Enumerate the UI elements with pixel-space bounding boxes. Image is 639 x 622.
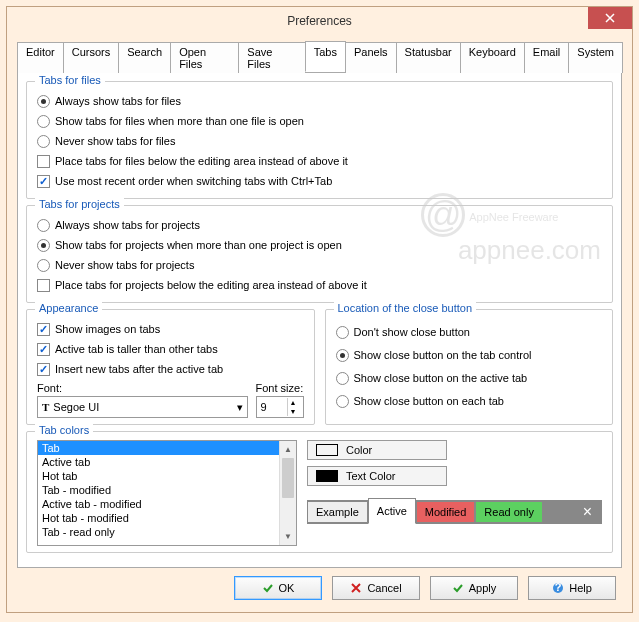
check-insert-after-active[interactable] (37, 363, 50, 376)
label: Always show tabs for files (55, 95, 181, 107)
tabpage-tabs: @AppNee Freeware appnee.com Tabs for fil… (17, 73, 622, 568)
tab-cursors[interactable]: Cursors (63, 42, 120, 73)
check-mru-order[interactable] (37, 175, 50, 188)
label: Place tabs for projects below the editin… (55, 279, 367, 291)
label: Place tabs for files below the editing a… (55, 155, 348, 167)
legend-projects: Tabs for projects (35, 198, 124, 210)
label: Use most recent order when switching tab… (55, 175, 332, 187)
cancel-button[interactable]: Cancel (332, 576, 420, 600)
check-projects-below[interactable] (37, 279, 50, 292)
fontsize-input[interactable] (257, 401, 287, 413)
tab-keyboard[interactable]: Keyboard (460, 42, 525, 73)
list-item[interactable]: Tab - modified (38, 483, 296, 497)
scroll-up-icon[interactable]: ▲ (280, 441, 296, 458)
label: OK (279, 582, 295, 594)
font-icon: T (42, 401, 49, 413)
fontsize-label: Font size: (256, 382, 304, 394)
list-item[interactable]: Active tab - modified (38, 497, 296, 511)
legend-appearance: Appearance (35, 302, 102, 314)
ok-button[interactable]: OK (234, 576, 322, 600)
help-button[interactable]: ? Help (528, 576, 616, 600)
radio-show-projects-multi[interactable] (37, 239, 50, 252)
color-button[interactable]: Color (307, 440, 447, 460)
label: Don't show close button (354, 326, 470, 338)
example-active: Active (368, 498, 416, 524)
radio-never-show-files[interactable] (37, 135, 50, 148)
font-combobox[interactable]: T Segoe UI ▾ (37, 396, 248, 418)
label: Color (346, 444, 372, 456)
spin-down-icon[interactable]: ▼ (288, 407, 299, 416)
chevron-down-icon: ▾ (237, 401, 243, 414)
label: Show close button on each tab (354, 395, 504, 407)
help-icon: ? (552, 582, 564, 594)
scroll-thumb[interactable] (282, 458, 294, 498)
label: Text Color (346, 470, 396, 482)
example-tab: Example (307, 501, 368, 523)
group-appearance: Appearance Show images on tabs Active ta… (26, 309, 315, 425)
radio-show-files-multi[interactable] (37, 115, 50, 128)
x-icon (350, 582, 362, 594)
text-color-button[interactable]: Text Color (307, 466, 447, 486)
scrollbar[interactable]: ▲ ▼ (279, 441, 296, 545)
tab-open-files[interactable]: Open Files (170, 42, 239, 73)
svg-text:?: ? (555, 582, 562, 593)
radio-close-active[interactable] (336, 372, 349, 385)
radio-never-show-projects[interactable] (37, 259, 50, 272)
color-swatch (316, 444, 338, 456)
font-value: Segoe UI (53, 401, 99, 413)
radio-close-none[interactable] (336, 326, 349, 339)
radio-close-tabcontrol[interactable] (336, 349, 349, 362)
list-item[interactable]: Active tab (38, 455, 296, 469)
group-tab-colors: Tab colors Tab Active tab Hot tab Tab - … (26, 431, 613, 553)
label: Insert new tabs after the active tab (55, 363, 223, 375)
tab-search[interactable]: Search (118, 42, 171, 73)
legend-tabcolors: Tab colors (35, 424, 93, 436)
tab-statusbar[interactable]: Statusbar (396, 42, 461, 73)
example-close-icon[interactable]: × (573, 503, 602, 521)
list-item[interactable]: Tab - read only (38, 525, 296, 539)
spin-up-icon[interactable]: ▲ (288, 398, 299, 407)
tab-save-files[interactable]: Save Files (238, 42, 305, 73)
button-bar: OK Cancel Apply ? Help (17, 568, 622, 602)
check-show-images[interactable] (37, 323, 50, 336)
check-active-taller[interactable] (37, 343, 50, 356)
font-label: Font: (37, 382, 248, 394)
apply-button[interactable]: Apply (430, 576, 518, 600)
label: Show close button on the tab control (354, 349, 532, 361)
label: Cancel (367, 582, 401, 594)
list-item[interactable]: Hot tab (38, 469, 296, 483)
list-item[interactable]: Hot tab - modified (38, 511, 296, 525)
label: Show tabs for files when more than one f… (55, 115, 304, 127)
window-title: Preferences (7, 14, 632, 28)
legend-close: Location of the close button (334, 302, 477, 314)
label: Apply (469, 582, 497, 594)
list-item[interactable]: Tab (38, 441, 296, 455)
check-icon (452, 582, 464, 594)
radio-close-each[interactable] (336, 395, 349, 408)
radio-always-show-projects[interactable] (37, 219, 50, 232)
fontsize-spinner[interactable]: ▲▼ (256, 396, 304, 418)
tab-editor[interactable]: Editor (17, 42, 64, 73)
example-modified: Modified (416, 501, 476, 523)
label: Never show tabs for projects (55, 259, 194, 271)
tab-tabs[interactable]: Tabs (305, 41, 346, 72)
label: Show close button on the active tab (354, 372, 528, 384)
label: Show tabs for projects when more than on… (55, 239, 342, 251)
tab-panels[interactable]: Panels (345, 42, 397, 73)
close-icon (605, 13, 615, 23)
label: Always show tabs for projects (55, 219, 200, 231)
radio-always-show-files[interactable] (37, 95, 50, 108)
check-icon (262, 582, 274, 594)
window-close-button[interactable] (588, 7, 632, 29)
tab-system[interactable]: System (568, 42, 623, 73)
tabcolors-listbox[interactable]: Tab Active tab Hot tab Tab - modified Ac… (37, 440, 297, 546)
example-bar: Example Active Modified Read only × (307, 500, 602, 524)
tab-email[interactable]: Email (524, 42, 570, 73)
titlebar: Preferences (7, 7, 632, 35)
check-files-below[interactable] (37, 155, 50, 168)
label: Show images on tabs (55, 323, 160, 335)
group-close-location: Location of the close button Don't show … (325, 309, 614, 425)
text-color-swatch (316, 470, 338, 482)
legend-files: Tabs for files (35, 74, 105, 86)
scroll-down-icon[interactable]: ▼ (280, 528, 296, 545)
